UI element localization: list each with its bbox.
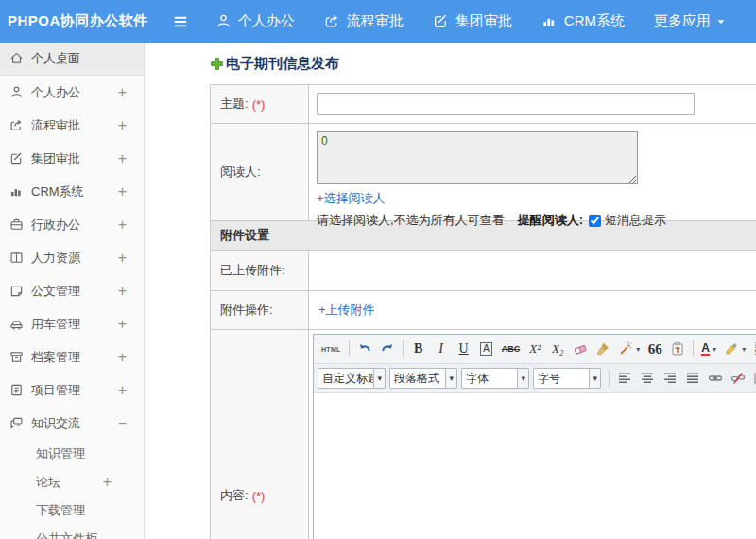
content-row: 内容: (*) HTML — [211, 330, 756, 539]
top-nav-item[interactable]: 集团审批 — [433, 12, 512, 30]
align-left-button[interactable] — [614, 368, 635, 389]
underline-button[interactable]: U — [454, 339, 474, 359]
expand-toggle[interactable]: + — [118, 316, 127, 333]
sidebar-item[interactable]: 人力资源 + — [0, 241, 144, 274]
paste-icon — [670, 341, 685, 356]
sidebar: 个人桌面 个人办公 + 流程审批 + 集团审批 + CRM系统 + 行政办公 — [0, 43, 145, 539]
toolbar-separator — [349, 340, 350, 357]
doc-icon — [9, 284, 25, 299]
sidebar-item[interactable]: 流程审批 + — [0, 109, 144, 142]
expand-toggle[interactable]: + — [118, 217, 127, 234]
wand-icon — [618, 341, 633, 356]
main-content: 电子期刊信息发布 主题: (*) 阅读人: +选择阅读人 — [145, 43, 756, 539]
home-icon — [9, 51, 25, 66]
upload-attachment-link[interactable]: +上传附件 — [318, 302, 375, 319]
blockquote-button[interactable]: 66 — [644, 339, 665, 359]
font-size-select[interactable]: 字号 — [533, 368, 601, 389]
bold-button[interactable]: B — [408, 339, 429, 359]
italic-button[interactable]: I — [431, 339, 452, 359]
align-right-button[interactable] — [660, 368, 680, 389]
redo-button[interactable] — [377, 339, 398, 359]
chart-icon — [9, 184, 25, 200]
rich-text-editor: HTML — [313, 334, 756, 539]
sidebar-item[interactable]: 档案管理 + — [0, 340, 144, 374]
toolbar-separator — [693, 340, 694, 357]
content-label: 内容: (*) — [211, 330, 309, 539]
insert-image-button[interactable] — [750, 368, 756, 389]
link-icon — [708, 371, 723, 386]
subject-input[interactable] — [317, 93, 695, 115]
chevron-down-icon[interactable] — [517, 369, 528, 388]
sidebar-item[interactable]: 知识交流 − — [0, 407, 144, 440]
top-nav-item[interactable]: 更多应用 — [654, 12, 727, 30]
html-source-button[interactable]: HTML — [318, 339, 344, 359]
font-family-select[interactable]: 字体 — [461, 368, 529, 389]
chevron-down-icon[interactable] — [373, 369, 385, 388]
plus-icon — [210, 57, 224, 71]
sms-remind-checkbox[interactable] — [589, 215, 601, 227]
sidebar-item[interactable]: 个人桌面 — [0, 43, 144, 76]
style-box-button[interactable]: A — [476, 339, 497, 359]
expand-toggle[interactable]: + — [103, 474, 112, 491]
remove-format-button[interactable] — [570, 339, 591, 359]
subject-label: 主题: (*) — [211, 85, 309, 123]
sidebar-item[interactable]: 行政办公 + — [0, 208, 144, 241]
paste-text-button[interactable] — [667, 339, 688, 359]
sidebar-item[interactable]: 集团审批 + — [0, 142, 144, 175]
editor-content-area[interactable] — [314, 393, 756, 539]
menu-toggle-button[interactable] — [170, 9, 191, 34]
eraser-icon — [573, 341, 588, 356]
sidebar-item[interactable]: 论坛 + — [0, 468, 144, 496]
expand-toggle[interactable]: + — [118, 382, 127, 399]
heading-select[interactable]: 自定义标题 — [318, 368, 386, 389]
align-justify-icon — [685, 371, 700, 386]
sidebar-item[interactable]: 知识管理 — [0, 440, 144, 468]
readers-row: 阅读人: +选择阅读人 请选择阅读人,不选为所有人可查看 提醒阅读人: 短消息提… — [211, 124, 756, 221]
align-center-button[interactable] — [637, 368, 658, 389]
notebook-icon — [9, 383, 25, 398]
readers-textarea[interactable] — [317, 131, 638, 184]
format-brush-button[interactable] — [593, 339, 613, 359]
strikethrough-button[interactable]: ABC — [499, 339, 524, 359]
chevron-down-icon[interactable] — [589, 369, 600, 388]
sidebar-item[interactable]: 个人办公 + — [0, 76, 144, 109]
undo-icon — [357, 341, 372, 356]
sidebar-item[interactable]: 项目管理 + — [0, 374, 144, 407]
sidebar-item[interactable]: 用车管理 + — [0, 307, 144, 340]
sidebar-item[interactable]: 公文管理 + — [0, 274, 144, 307]
readers-label: 阅读人: — [211, 124, 309, 220]
top-nav-item[interactable]: CRM系统 — [541, 12, 625, 30]
expand-toggle[interactable]: + — [118, 117, 127, 134]
brush-icon — [595, 341, 610, 356]
sidebar-item[interactable]: 公共文件柜 — [0, 525, 144, 539]
expand-toggle[interactable]: + — [118, 250, 127, 267]
attachment-ops-row: 附件操作: +上传附件 — [211, 291, 756, 330]
top-nav-item[interactable]: 流程审批 — [324, 12, 404, 30]
superscript-button[interactable]: X² — [524, 339, 545, 359]
highlight-color-button[interactable] — [721, 339, 748, 359]
caret-down-icon — [715, 16, 727, 27]
insert-link-button[interactable] — [705, 368, 726, 389]
briefcase-icon — [9, 217, 25, 233]
flow-icon — [324, 13, 340, 29]
expand-toggle[interactable]: − — [118, 415, 127, 432]
sidebar-item[interactable]: 下载管理 — [0, 496, 144, 525]
ordered-list-button[interactable]: 123 — [750, 339, 756, 359]
quick-format-button[interactable] — [615, 339, 643, 359]
top-nav-item[interactable]: 个人办公 — [215, 12, 295, 30]
undo-button[interactable] — [354, 339, 375, 359]
expand-toggle[interactable]: + — [118, 150, 127, 167]
expand-toggle[interactable]: + — [118, 84, 127, 101]
chevron-down-icon[interactable] — [445, 369, 456, 388]
font-color-button[interactable]: A — [698, 339, 719, 359]
remove-link-button[interactable] — [728, 368, 748, 389]
sidebar-item[interactable]: CRM系统 + — [0, 175, 144, 208]
align-justify-button[interactable] — [682, 368, 703, 389]
expand-toggle[interactable]: + — [118, 183, 127, 200]
select-readers-link[interactable]: +选择阅读人 — [317, 191, 386, 205]
subscript-button[interactable]: X₂ — [547, 339, 568, 359]
paragraph-select[interactable]: 段落格式 — [389, 368, 457, 389]
expand-toggle[interactable]: + — [118, 283, 127, 300]
expand-toggle[interactable]: + — [118, 349, 127, 366]
attachment-ops-label: 附件操作: — [211, 291, 309, 329]
